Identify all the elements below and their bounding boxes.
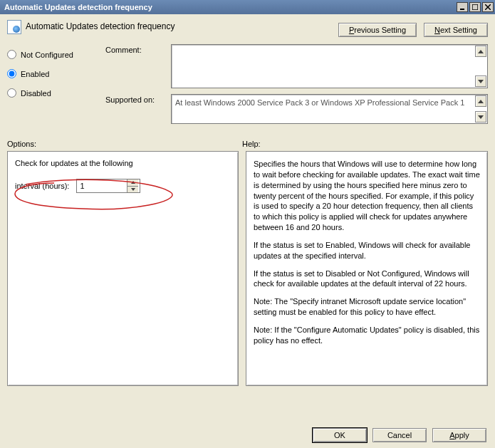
supported-on-box: At least Windows 2000 Service Pack 3 or … — [171, 94, 488, 124]
interval-spinner[interactable] — [76, 179, 140, 193]
supported-on-label: Supported on: — [105, 94, 171, 104]
interval-label: interval (hours): — [15, 182, 69, 190]
svg-rect-1 — [472, 4, 478, 10]
help-panel: Specifies the hours that Windows will us… — [246, 151, 488, 386]
policy-icon — [7, 20, 21, 34]
help-paragraph: If the status is set to Disabled or Not … — [254, 269, 480, 290]
close-button[interactable] — [482, 2, 494, 12]
svg-rect-0 — [460, 9, 464, 10]
supported-on-value: At least Windows 2000 Service Pack 3 or … — [175, 98, 464, 107]
options-section-label: Options: — [7, 140, 242, 148]
help-paragraph: If the status is set to Enabled, Windows… — [254, 240, 480, 261]
help-paragraph: Note: The "Specify intranet Microsoft up… — [254, 296, 480, 318]
comment-scroll-up[interactable] — [475, 46, 486, 57]
options-heading: Check for updates at the following — [15, 159, 231, 167]
ok-button[interactable]: OK — [313, 428, 367, 442]
comment-scroll-down[interactable] — [475, 75, 486, 87]
cancel-button[interactable]: Cancel — [372, 428, 427, 442]
disabled-radio[interactable] — [7, 88, 16, 98]
titlebar[interactable]: Automatic Updates detection frequency — [0, 0, 495, 14]
minimize-button[interactable] — [457, 2, 468, 12]
not-configured-radio[interactable] — [7, 50, 16, 59]
maximize-button[interactable] — [469, 2, 481, 12]
not-configured-label: Not Configured — [21, 51, 73, 59]
previous-setting-label-rest: revious Setting — [354, 26, 406, 34]
next-setting-label-rest: ext Setting — [440, 26, 477, 34]
apply-label-rest: pply — [455, 431, 469, 439]
disabled-label: Disabled — [21, 89, 51, 98]
state-radio-group: Not Configured Enabled Disabled — [7, 44, 100, 130]
window-title: Automatic Updates detection frequency — [4, 3, 457, 11]
interval-spin-down[interactable] — [127, 187, 138, 193]
page-title: Automatic Updates detection frequency — [26, 20, 338, 31]
supported-scroll-down[interactable] — [475, 111, 486, 123]
options-panel: Check for updates at the following inter… — [7, 151, 239, 386]
supported-scroll-up[interactable] — [475, 95, 486, 107]
interval-input[interactable] — [77, 179, 127, 192]
help-paragraph: Note: If the "Configure Automatic Update… — [254, 325, 480, 346]
help-paragraph: Specifies the hours that Windows will us… — [254, 159, 480, 233]
previous-setting-button[interactable]: Previous Setting — [338, 23, 417, 37]
enabled-label: Enabled — [21, 70, 49, 78]
comment-label: Comment: — [105, 44, 171, 54]
enabled-radio[interactable] — [7, 69, 16, 78]
comment-textarea[interactable] — [171, 44, 488, 88]
interval-spin-up[interactable] — [127, 179, 138, 187]
help-section-label: Help: — [242, 140, 261, 148]
next-setting-button[interactable]: Next Setting — [424, 23, 488, 37]
apply-button[interactable]: Apply — [432, 428, 486, 442]
